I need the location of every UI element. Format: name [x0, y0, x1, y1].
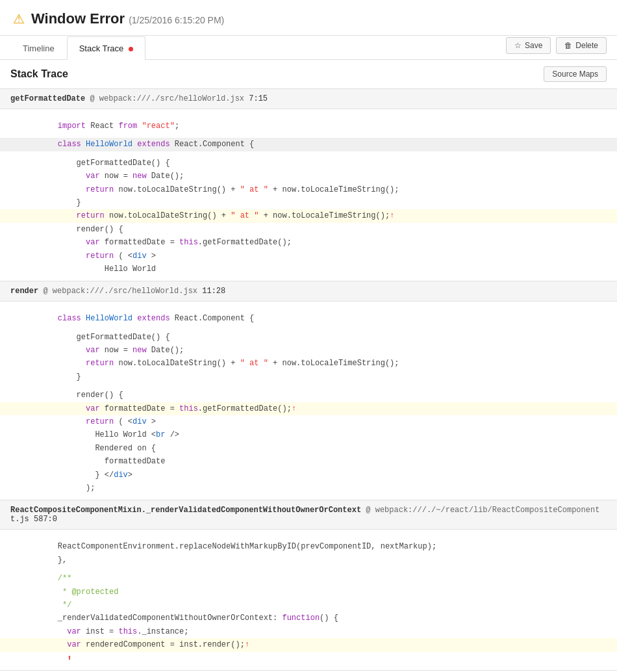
tab-stack-trace-label: Stack Trace — [79, 44, 124, 53]
delete-label: Delete — [575, 41, 598, 50]
code-line: var formattedDate = this.getFormattedDat… — [0, 236, 617, 249]
frame-1-at: @ webpack:///./src/helloWorld.jsx — [90, 94, 249, 103]
page-title: Window Error (1/25/2016 6:15:20 PM) — [31, 10, 224, 27]
code-line: }, — [0, 554, 617, 567]
frame-3-func: ReactCompositeComponentMixin._renderVali… — [10, 506, 361, 515]
tab-timeline-label: Timeline — [23, 44, 55, 53]
frame-3-linecol: 587:0 — [34, 515, 57, 524]
toolbar: ☆ Save 🗑 Delete — [506, 37, 607, 59]
code-line: Rendered on { — [0, 442, 617, 455]
code-line: var now = new Date(); — [0, 170, 617, 183]
code-line: getFormattedDate() { — [0, 157, 617, 170]
code-line — [0, 535, 617, 540]
frame-1-header: getFormattedDate @ webpack:///./src/hell… — [0, 89, 617, 109]
code-line — [0, 151, 617, 157]
stack-trace-header: Stack Trace Source Maps — [0, 60, 617, 89]
frame-2: render @ webpack:///./src/helloWorld.jsx… — [0, 281, 617, 500]
code-line: ⬆ — [0, 652, 617, 665]
code-line: /** — [0, 572, 617, 585]
frame-1-func: getFormattedDate — [10, 94, 85, 103]
tab-stack-trace[interactable]: Stack Trace — [67, 36, 145, 60]
save-label: Save — [525, 41, 542, 50]
code-line: return now.toLocalDateString() + " at " … — [0, 357, 617, 370]
code-line: ); — [0, 482, 617, 495]
star-icon: ☆ — [514, 41, 522, 50]
code-line: render() { — [0, 223, 617, 236]
frame-2-code: class HelloWorld extends React.Component… — [0, 302, 617, 500]
code-line: class HelloWorld extends React.Component… — [0, 312, 617, 325]
code-line: } — [0, 370, 617, 383]
frame-2-at: @ webpack:///./src/helloWorld.jsx — [43, 287, 202, 296]
code-line: return ( <div > — [0, 250, 617, 263]
delete-button[interactable]: 🗑 Delete — [556, 37, 607, 54]
page-subtitle: (1/25/2016 6:15:20 PM) — [129, 15, 224, 25]
tabs-row: Timeline Stack Trace ☆ Save 🗑 Delete — [0, 36, 617, 60]
frame-2-func: render — [10, 287, 38, 296]
code-line: } — [0, 196, 617, 209]
code-line: ReactComponentEnvironment.replaceNodeWit… — [0, 540, 617, 553]
main-panel: Stack Trace Source Maps getFormattedDate… — [0, 60, 617, 671]
code-line: } </div> — [0, 469, 617, 482]
frame-3-code: ReactComponentEnvironment.replaceNodeWit… — [0, 530, 617, 670]
code-line — [0, 133, 617, 138]
frame-1-code: import React from "react"; class HelloWo… — [0, 109, 617, 281]
code-line — [0, 383, 617, 389]
trash-icon: 🗑 — [564, 41, 572, 50]
stack-trace-title: Stack Trace — [10, 68, 68, 80]
warning-icon: ⚠ — [13, 11, 25, 27]
save-button[interactable]: ☆ Save — [506, 37, 551, 54]
code-line — [0, 114, 617, 120]
frame-3-header: ReactCompositeComponentMixin._renderVali… — [0, 500, 617, 530]
tabs-left: Timeline Stack Trace — [10, 36, 145, 59]
code-line: var now = new Date(); — [0, 344, 617, 357]
code-line — [0, 567, 617, 572]
frame-3-at: @ webpack:///./~/react/lib/ReactComposit… — [366, 506, 599, 515]
tab-dot — [129, 47, 133, 51]
code-line: import React from "react"; — [0, 120, 617, 133]
frame-1-linecol: 7:15 — [249, 94, 268, 103]
source-maps-button[interactable]: Source Maps — [544, 66, 607, 82]
frame-1: getFormattedDate @ webpack:///./src/hell… — [0, 89, 617, 281]
code-line: return now.toLocalDateString() + " at " … — [0, 183, 617, 196]
frame-3: ReactCompositeComponentMixin._renderVali… — [0, 500, 617, 671]
code-line: Hello World — [0, 263, 617, 276]
code-line: getFormattedDate() { — [0, 331, 617, 344]
page-header: ⚠ Window Error (1/25/2016 6:15:20 PM) — [0, 0, 617, 36]
code-line: Hello World <br /> — [0, 428, 617, 441]
code-line: class HelloWorld extends React.Component… — [0, 138, 617, 151]
frame-2-linecol: 11:28 — [202, 287, 225, 296]
code-line-highlighted: var formattedDate = this.getFormattedDat… — [0, 402, 617, 415]
tab-timeline[interactable]: Timeline — [10, 36, 67, 60]
code-line — [0, 307, 617, 312]
code-line-highlighted: return now.toLocalDateString() + " at " … — [0, 209, 617, 222]
frame-2-header: render @ webpack:///./src/helloWorld.jsx… — [0, 281, 617, 302]
code-line: render() { — [0, 389, 617, 402]
code-line: * @protected — [0, 586, 617, 599]
code-line: */ — [0, 599, 617, 612]
code-line: return ( <div > — [0, 415, 617, 428]
code-line-highlighted: var renderedComponent = inst.render();↑ — [0, 638, 617, 651]
code-line: formattedDate — [0, 455, 617, 468]
code-line: _renderValidatedComponentWithoutOwnerOrC… — [0, 612, 617, 625]
code-line — [0, 326, 617, 331]
code-line: var inst = this._instance; — [0, 625, 617, 638]
